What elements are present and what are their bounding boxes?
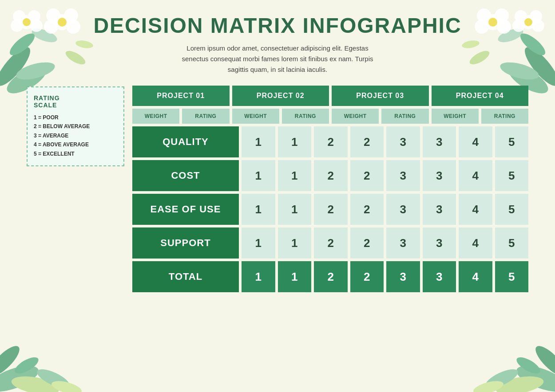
svg-point-43 [50,378,83,392]
rating-scale-title: RATINGSCALE [34,94,117,109]
svg-point-42 [12,354,41,377]
cell-group-t-p03: 3 3 [386,261,456,292]
cell-e-p02-weight: 2 [314,194,348,225]
cell-q-p03-weight: 3 [386,126,420,157]
cell-c-p04-rating: 5 [495,160,529,191]
matrix-table: PROJECT 01 PROJECT 02 PROJECT 03 PROJECT… [132,86,528,292]
svg-point-41 [35,365,72,392]
cell-q-p02-rating: 2 [350,126,384,157]
cell-s-p03-rating: 3 [423,227,456,259]
cell-e-p01-rating: 1 [278,194,312,225]
cell-s-p03-weight: 3 [386,227,420,259]
svg-point-47 [483,365,520,392]
sub-header-group-04: WEIGHT RATING [432,109,529,124]
cell-group-q-p04: 4 5 [459,126,528,157]
cell-q-p03-rating: 3 [423,126,456,157]
svg-point-49 [472,378,505,392]
cell-t-p01-weight: 1 [242,261,275,292]
cell-t-p02-rating: 2 [350,261,384,292]
sub-headers: WEIGHT RATING WEIGHT RATING WEIGHT RATIN… [132,109,528,124]
sub-header-p02-rating: RATING [282,109,329,124]
sub-header-p03-weight: WEIGHT [332,109,379,124]
cell-group-s-p02: 2 2 [314,227,384,259]
cell-s-p01-rating: 1 [278,227,312,259]
sub-header-group-01: WEIGHT RATING [132,109,230,124]
row-total: TOTAL 1 1 2 2 3 3 [132,261,528,292]
row-label-ease: EASE OF USE [132,194,239,225]
cell-group-e-p03: 3 3 [386,194,456,225]
sub-header-group-02: WEIGHT RATING [232,109,329,124]
cell-group-s-p01: 1 1 [242,227,311,259]
sub-header-p02-weight: WEIGHT [232,109,279,124]
main-content: DECISION MATRIX INFOGRAPHIC Lorem ipsum … [0,0,555,301]
sub-header-p03-rating: RATING [381,109,428,124]
cell-group-t-p01: 1 1 [242,261,311,292]
cell-group-t-p02: 2 2 [314,261,384,292]
cell-c-p01-rating: 1 [278,160,312,191]
cell-group-e-p02: 2 2 [314,194,384,225]
cell-group-t-p04: 4 5 [459,261,528,292]
cell-e-p04-weight: 4 [459,194,492,225]
row-label-cost: COST [132,160,239,191]
sub-header-p01-weight: WEIGHT [132,109,179,124]
cell-group-c-p04: 4 5 [459,160,528,191]
cell-c-p01-weight: 1 [242,160,275,191]
rating-scale-box: RATINGSCALE 1 = POOR 2 = BELOW AVERAGE 3… [27,86,124,166]
cell-q-p02-weight: 2 [314,126,348,157]
cell-t-p04-weight: 4 [459,261,492,292]
project-header-row: PROJECT 01 PROJECT 02 PROJECT 03 PROJECT… [132,86,528,106]
data-rows: QUALITY 1 1 2 2 3 3 [132,126,528,292]
cell-e-p01-weight: 1 [242,194,275,225]
decor-bottom-right [466,303,555,392]
cell-group-e-p01: 1 1 [242,194,311,225]
svg-point-38 [0,361,42,392]
svg-point-40 [0,342,24,380]
project-headers: PROJECT 01 PROJECT 02 PROJECT 03 PROJECT… [132,86,528,106]
decor-bottom-left [0,303,89,392]
row-quality: QUALITY 1 1 2 2 3 3 [132,126,528,157]
cell-group-s-p03: 3 3 [386,227,456,259]
cell-group-s-p04: 4 5 [459,227,528,259]
cell-q-p01-rating: 1 [278,126,312,157]
row-ease: EASE OF USE 1 1 2 2 3 3 [132,194,528,225]
row-label-support: SUPPORT [132,227,239,259]
svg-point-44 [513,361,555,392]
cell-s-p02-rating: 2 [350,227,384,259]
svg-point-46 [531,342,555,380]
cell-s-p04-rating: 5 [495,227,529,259]
cell-q-p04-rating: 5 [495,126,529,157]
cell-t-p01-rating: 1 [278,261,312,292]
project-header-04: PROJECT 04 [432,86,529,106]
row-label-total: TOTAL [132,261,239,292]
cell-e-p02-rating: 2 [350,194,384,225]
cell-c-p04-weight: 4 [459,160,492,191]
cell-group-q-p01: 1 1 [242,126,311,157]
cell-s-p02-weight: 2 [314,227,348,259]
cell-group-c-p02: 2 2 [314,160,384,191]
cell-t-p03-weight: 3 [386,261,420,292]
sub-header-row: WEIGHT RATING WEIGHT RATING WEIGHT RATIN… [132,109,528,124]
row-support: SUPPORT 1 1 2 2 3 3 [132,227,528,259]
sub-header-p04-rating: RATING [481,109,528,124]
cell-e-p03-weight: 3 [386,194,420,225]
cell-group-q-p03: 3 3 [386,126,456,157]
row-cells-total: 1 1 2 2 3 3 4 5 [242,261,528,292]
svg-point-39 [10,373,61,392]
matrix-wrapper: RATINGSCALE 1 = POOR 2 = BELOW AVERAGE 3… [27,86,528,292]
page-title: DECISION MATRIX INFOGRAPHIC [27,13,528,38]
row-cells-cost: 1 1 2 2 3 3 4 5 [242,160,528,191]
row-cells-ease: 1 1 2 2 3 3 4 5 [242,194,528,225]
cell-q-p01-weight: 1 [242,126,275,157]
cell-group-c-p01: 1 1 [242,160,311,191]
cell-c-p02-weight: 2 [314,160,348,191]
row-cells-support: 1 1 2 2 3 3 4 5 [242,227,528,259]
cell-c-p03-weight: 3 [386,160,420,191]
project-header-02: PROJECT 02 [232,86,329,106]
cell-c-p02-rating: 2 [350,160,384,191]
project-header-03: PROJECT 03 [332,86,429,106]
subtitle: Lorem ipsum odor amet, consectetuer adip… [27,43,528,75]
cell-s-p04-weight: 4 [459,227,492,259]
cell-group-e-p04: 4 5 [459,194,528,225]
cell-e-p03-rating: 3 [423,194,456,225]
project-header-01: PROJECT 01 [132,86,230,106]
